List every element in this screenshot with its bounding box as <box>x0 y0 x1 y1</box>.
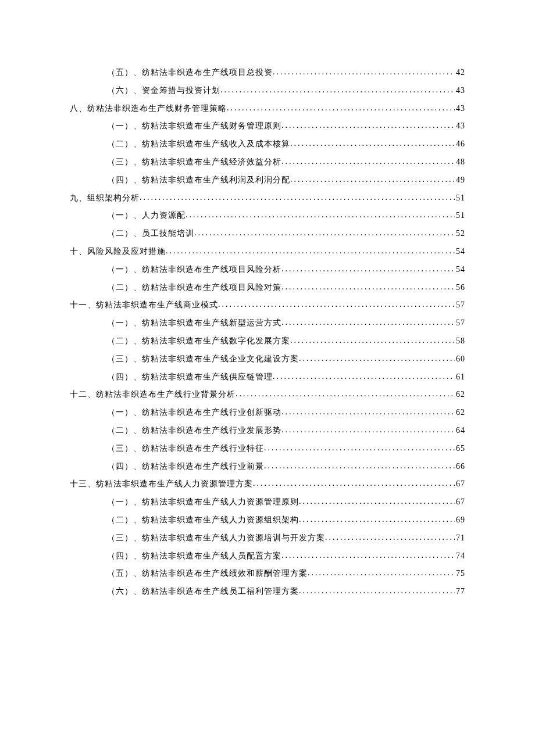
toc-dot-leader <box>140 189 455 207</box>
toc-dot-leader <box>325 529 455 547</box>
toc-entry-page: 62 <box>455 404 465 422</box>
toc-dot-leader <box>308 565 455 582</box>
toc-entry-page: 77 <box>455 583 465 601</box>
toc-entry-title: （一）、纺粘法非织造布生产线项目风险分析 <box>107 261 281 279</box>
toc-entry-page: 49 <box>455 171 465 189</box>
toc-entry: （六）、资金筹措与投资计划43 <box>70 82 465 100</box>
toc-entry-title: （六）、资金筹措与投资计划 <box>107 82 220 100</box>
toc-entry-page: 66 <box>455 458 465 476</box>
toc-entry-page: 74 <box>455 547 465 565</box>
toc-entry-page: 51 <box>455 207 465 225</box>
toc-entry-page: 75 <box>455 565 465 583</box>
toc-entry-page: 67 <box>455 493 465 511</box>
toc-entry-title: 十二、纺粘法非织造布生产线行业背景分析 <box>70 386 236 404</box>
toc-entry-title: 八、纺粘法非织造布生产线财务管理策略 <box>70 100 227 118</box>
toc-dot-leader <box>236 386 455 403</box>
toc-entry-title: 十、风险风险及应对措施 <box>70 243 166 261</box>
toc-entry-title: （一）、纺粘法非织造布生产线人力资源管理原则 <box>107 493 299 511</box>
toc-entry-title: （二）、员工技能培训 <box>107 225 194 243</box>
toc-entry: （二）、纺粘法非织造布生产线收入及成本核算46 <box>70 135 465 153</box>
toc-dot-leader <box>253 475 455 493</box>
toc-entry: （一）、纺粘法非织造布生产线人力资源管理原则67 <box>70 493 465 511</box>
toc-entry-title: （二）、纺粘法非织造布生产线项目风险对策 <box>107 279 281 297</box>
toc-entry-title: （二）、纺粘法非织造布生产线数字化发展方案 <box>107 332 290 350</box>
toc-entry-page: 57 <box>455 296 465 314</box>
toc-entry-title: （二）、纺粘法非织造布生产线收入及成本核算 <box>107 135 290 153</box>
toc-dot-leader <box>281 314 455 332</box>
toc-dot-leader <box>186 207 455 224</box>
toc-dot-leader <box>299 493 455 511</box>
toc-entry: （一）、人力资源配51 <box>70 207 465 225</box>
toc-entry: （二）、纺粘法非织造布生产线行业发展形势64 <box>70 422 465 440</box>
toc-entry-title: 十三、纺粘法非织造布生产线人力资源管理方案 <box>70 475 253 493</box>
toc-entry-title: （三）、纺粘法非织造布生产线企业文化建设方案 <box>107 350 299 368</box>
toc-entry: （五）、纺粘法非织造布生产线绩效和薪酬管理方案75 <box>70 565 465 583</box>
document-page: （五）、纺粘法非织造布生产线项目总投资42（六）、资金筹措与投资计划43八、纺粘… <box>0 0 535 601</box>
toc-dot-leader <box>273 64 455 81</box>
toc-entry-page: 43 <box>455 82 465 100</box>
toc-entry: （五）、纺粘法非织造布生产线项目总投资42 <box>70 64 465 82</box>
toc-entry-title: （一）、人力资源配 <box>107 207 186 225</box>
toc-entry: （一）、纺粘法非织造布生产线财务管理原则43 <box>70 117 465 135</box>
toc-entry-page: 42 <box>455 64 465 82</box>
toc-dot-leader <box>281 404 455 421</box>
toc-entry-title: （四）、纺粘法非织造布生产线行业前景 <box>107 458 264 476</box>
toc-dot-leader <box>264 458 455 475</box>
toc-dot-leader <box>281 117 455 135</box>
toc-entry-page: 52 <box>455 225 465 243</box>
toc-entry-title: 十一、纺粘法非织造布生产线商业模式 <box>70 296 218 314</box>
toc-entry-page: 64 <box>455 422 465 440</box>
toc-entry-title: （二）、纺粘法非织造布生产线行业发展形势 <box>107 422 281 440</box>
toc-entry-title: （四）、纺粘法非织造布生产线供应链管理 <box>107 368 273 386</box>
toc-entry: 十、风险风险及应对措施54 <box>70 243 465 261</box>
toc-entry: （三）、纺粘法非织造布生产线人力资源培训与开发方案71 <box>70 529 465 547</box>
toc-entry-title: （一）、纺粘法非织造布生产线行业创新驱动 <box>107 404 281 422</box>
toc-dot-leader <box>281 279 455 296</box>
toc-entry-page: 46 <box>455 135 465 153</box>
toc-dot-leader <box>166 243 455 260</box>
toc-dot-leader <box>220 82 455 99</box>
toc-entry: （三）、纺粘法非织造布生产线行业特征65 <box>70 440 465 458</box>
toc-entry: （四）、纺粘法非织造布生产线利润及利润分配49 <box>70 171 465 189</box>
toc-entry: 十三、纺粘法非织造布生产线人力资源管理方案67 <box>70 475 465 493</box>
toc-entry-page: 60 <box>455 350 465 368</box>
toc-entry: （二）、纺粘法非织造布生产线项目风险对策56 <box>70 279 465 297</box>
toc-entry-page: 57 <box>455 314 465 332</box>
toc-dot-leader <box>281 422 455 439</box>
toc-dot-leader <box>290 171 455 189</box>
toc-entry-page: 69 <box>455 511 465 529</box>
toc-entry-title: （四）、纺粘法非织造布生产线人员配置方案 <box>107 547 281 565</box>
toc-entry: （三）、纺粘法非织造布生产线经济效益分析48 <box>70 153 465 171</box>
toc-dot-leader <box>299 350 455 368</box>
toc-entry: （六）、纺粘法非织造布生产线员工福利管理方案77 <box>70 583 465 601</box>
toc-entry: （二）、纺粘法非织造布生产线人力资源组织架构69 <box>70 511 465 529</box>
toc-dot-leader <box>299 583 455 600</box>
toc-dot-leader <box>281 261 455 278</box>
toc-dot-leader <box>273 368 455 386</box>
toc-entry-page: 43 <box>455 100 465 118</box>
toc-entry: （二）、纺粘法非织造布生产线数字化发展方案58 <box>70 332 465 350</box>
toc-entry-page: 54 <box>455 243 465 261</box>
toc-entry: 八、纺粘法非织造布生产线财务管理策略43 <box>70 100 465 118</box>
toc-entry: （四）、纺粘法非织造布生产线人员配置方案74 <box>70 547 465 565</box>
toc-dot-leader <box>218 296 455 314</box>
toc-entry-title: （二）、纺粘法非织造布生产线人力资源组织架构 <box>107 511 299 529</box>
toc-dot-leader <box>281 153 455 171</box>
toc-dot-leader <box>281 547 455 565</box>
toc-entry: （四）、纺粘法非织造布生产线行业前景66 <box>70 458 465 476</box>
toc-entry: （二）、员工技能培训52 <box>70 225 465 243</box>
toc-entry-title: （三）、纺粘法非织造布生产线人力资源培训与开发方案 <box>107 529 325 547</box>
table-of-contents: （五）、纺粘法非织造布生产线项目总投资42（六）、资金筹措与投资计划43八、纺粘… <box>70 64 465 601</box>
toc-entry-page: 54 <box>455 261 465 279</box>
toc-dot-leader <box>299 511 455 529</box>
toc-entry-page: 56 <box>455 279 465 297</box>
toc-dot-leader <box>290 332 455 350</box>
toc-dot-leader <box>194 225 455 242</box>
toc-entry-page: 48 <box>455 153 465 171</box>
toc-entry-title: （五）、纺粘法非织造布生产线绩效和薪酬管理方案 <box>107 565 308 583</box>
toc-entry-page: 71 <box>455 529 465 547</box>
toc-entry-page: 58 <box>455 332 465 350</box>
toc-dot-leader <box>264 440 455 457</box>
toc-dot-leader <box>227 100 455 117</box>
toc-entry-page: 61 <box>455 368 465 386</box>
